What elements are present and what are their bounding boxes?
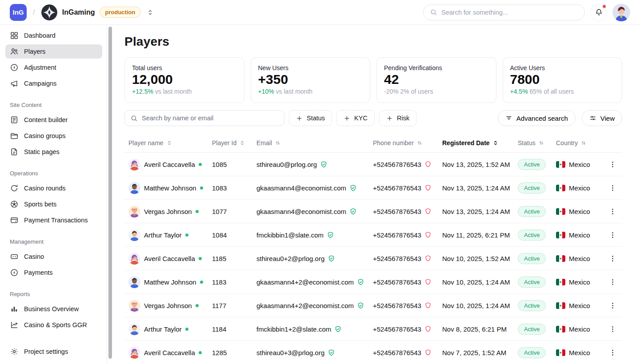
sidebar-item-casino-sports-ggr[interactable]: Casino & Sports GGR bbox=[5, 318, 102, 332]
sidebar-scrollbar[interactable] bbox=[108, 27, 112, 359]
page-title: Players bbox=[124, 35, 622, 49]
row-actions-menu[interactable] bbox=[603, 302, 622, 309]
stat-subtext: +10% vs last month bbox=[258, 88, 363, 95]
table-header: Player name Player Id Email Phone number… bbox=[124, 134, 622, 153]
notifications-button[interactable] bbox=[590, 4, 607, 21]
table-row[interactable]: Arthur Taylor 1184 fmckibbin1+2@slate.co… bbox=[124, 317, 622, 341]
player-name[interactable]: Averil Caccavella bbox=[144, 255, 195, 262]
sidebar-item-sports-bets[interactable]: Sports bets bbox=[5, 197, 102, 211]
table-row[interactable]: Vergas Johnson 1177 gkaasmann4+2@economi… bbox=[124, 294, 622, 317]
sidebar-section-site-content: Site Content bbox=[10, 102, 102, 108]
table-row[interactable]: Averil Caccavella 1185 sthireau0+2@prlog… bbox=[124, 247, 622, 270]
table-row[interactable]: Vergas Johnson 1077 gkaasmann4@economist… bbox=[124, 200, 622, 223]
plus-icon bbox=[386, 115, 393, 122]
table-row[interactable]: Arthur Taylor 1084 fmckibbin1@slate.com … bbox=[124, 223, 622, 247]
table-row[interactable]: Averil Caccavella 1085 sthireau0@prlog.o… bbox=[124, 153, 622, 176]
player-name[interactable]: Arthur Taylor bbox=[144, 231, 182, 239]
mexico-flag-icon bbox=[556, 232, 565, 238]
column-registered-date[interactable]: Registered Date bbox=[442, 139, 518, 146]
table-search-input[interactable] bbox=[142, 115, 279, 122]
sidebar-item-static-pages[interactable]: Static pages bbox=[5, 145, 102, 159]
sort-arrows-icon bbox=[275, 140, 281, 146]
column-player-name[interactable]: Player name bbox=[128, 139, 212, 146]
folder-icon bbox=[10, 131, 19, 140]
player-id: 1085 bbox=[212, 161, 256, 168]
column-player-id[interactable]: Player Id bbox=[212, 139, 256, 146]
advanced-search-button[interactable]: Advanced search bbox=[498, 110, 576, 126]
column-status[interactable]: Status bbox=[518, 139, 556, 146]
sidebar-item-casino-groups[interactable]: Casino groups bbox=[5, 129, 102, 143]
view-button[interactable]: View bbox=[582, 110, 622, 126]
table-row[interactable]: Matthew Johnson 1183 gkaasmann4+2@econom… bbox=[124, 270, 622, 294]
sidebar-item-campaigns[interactable]: Campaigns bbox=[5, 76, 102, 91]
project-switcher-icon[interactable] bbox=[146, 8, 154, 16]
sidebar-item-label: Dashboard bbox=[24, 32, 56, 39]
global-search[interactable] bbox=[423, 4, 585, 20]
stat-delta: +12.5% bbox=[132, 88, 153, 95]
project-name: InGaming bbox=[62, 8, 95, 16]
column-country[interactable]: Country bbox=[556, 139, 603, 146]
player-name[interactable]: Vergas Johnson bbox=[144, 302, 192, 309]
stat-value: +350 bbox=[258, 72, 363, 87]
sidebar-item-dashboard[interactable]: Dashboard bbox=[5, 28, 102, 43]
global-search-input[interactable] bbox=[441, 9, 578, 16]
column-email[interactable]: Email bbox=[256, 139, 373, 146]
online-dot bbox=[196, 304, 199, 307]
filter-chip-risk[interactable]: Risk bbox=[379, 110, 416, 126]
player-name[interactable]: Matthew Johnson bbox=[144, 278, 196, 286]
column-label: Country bbox=[556, 139, 578, 146]
sidebar-item-payments[interactable]: Payments bbox=[5, 265, 102, 280]
player-name[interactable]: Averil Caccavella bbox=[144, 161, 195, 168]
project-avatar[interactable] bbox=[41, 4, 57, 20]
kebab-icon bbox=[609, 325, 616, 333]
player-name[interactable]: Averil Caccavella bbox=[144, 349, 195, 356]
stat-card-pending-verifications: Pending Verifications 42 -20% 2% of user… bbox=[376, 57, 496, 103]
sidebar-item-players[interactable]: Players bbox=[5, 44, 102, 59]
sidebar-item-payment-transactions[interactable]: Payment Transactions bbox=[5, 213, 102, 227]
row-actions-menu[interactable] bbox=[603, 325, 622, 333]
sidebar-item-project-settings[interactable]: Project settings bbox=[5, 344, 103, 359]
player-phone: +524567876543 bbox=[373, 161, 421, 168]
table-search[interactable] bbox=[124, 110, 284, 126]
sidebar-item-adjustment[interactable]: Adjustment bbox=[5, 60, 102, 75]
player-name[interactable]: Matthew Johnson bbox=[144, 184, 196, 192]
stat-value: 12,000 bbox=[132, 72, 237, 87]
stat-label: Total users bbox=[132, 64, 237, 71]
sidebar-item-business-overview[interactable]: Business Overview bbox=[5, 302, 102, 316]
player-name[interactable]: Vergas Johnson bbox=[144, 208, 192, 215]
filter-chip-kyc[interactable]: KYC bbox=[336, 110, 375, 126]
view-label: View bbox=[600, 115, 615, 122]
app-logo[interactable]: InG bbox=[10, 4, 27, 21]
player-phone: +524567876543 bbox=[373, 184, 421, 192]
sidebar-item-casino-rounds[interactable]: Casino rounds bbox=[5, 181, 102, 195]
sidebar-item-content-builder[interactable]: Content builder bbox=[5, 113, 102, 127]
sidebar-item-casino[interactable]: Casino bbox=[5, 249, 102, 264]
stat-note: vs last month bbox=[155, 88, 192, 95]
player-phone: +524567876543 bbox=[373, 278, 421, 286]
row-actions-menu[interactable] bbox=[603, 349, 622, 356]
filter-chip-status[interactable]: Status bbox=[289, 110, 332, 126]
row-actions-menu[interactable] bbox=[603, 278, 622, 286]
sidebar-item-label: Payment Transactions bbox=[24, 217, 88, 224]
phone-unverified-icon bbox=[424, 302, 432, 309]
phone-unverified-icon bbox=[424, 161, 432, 168]
table-row[interactable]: Averil Caccavella 1285 sthireau0+3@prlog… bbox=[124, 341, 622, 364]
email-verified-icon bbox=[334, 325, 342, 333]
row-actions-menu[interactable] bbox=[603, 255, 622, 262]
player-phone: +524567876543 bbox=[373, 302, 421, 309]
stat-delta: +10% bbox=[258, 88, 274, 95]
player-name[interactable]: Arthur Taylor bbox=[144, 325, 182, 333]
player-id: 1285 bbox=[212, 349, 256, 356]
player-avatar bbox=[128, 182, 140, 194]
user-avatar[interactable] bbox=[612, 4, 630, 21]
row-actions-menu[interactable] bbox=[603, 231, 622, 239]
row-actions-menu[interactable] bbox=[603, 184, 622, 192]
mexico-flag-icon bbox=[556, 279, 565, 285]
column-phone-number[interactable]: Phone number bbox=[373, 139, 442, 146]
row-actions-menu[interactable] bbox=[603, 161, 622, 168]
kebab-icon bbox=[609, 231, 616, 239]
row-actions-menu[interactable] bbox=[603, 208, 622, 215]
player-avatar bbox=[128, 300, 140, 312]
table-row[interactable]: Matthew Johnson 1083 gkaasmann4@economis… bbox=[124, 176, 622, 200]
email-verified-icon bbox=[349, 208, 357, 215]
